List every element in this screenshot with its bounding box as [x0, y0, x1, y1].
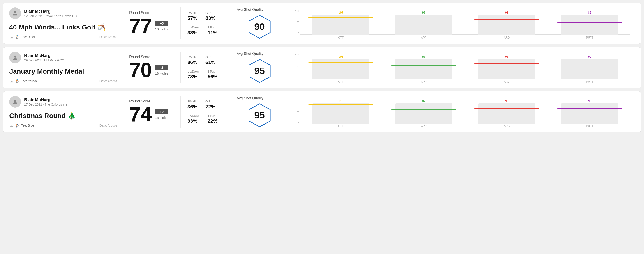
user-meta: 29 Jan 2022 · Mill Ride GCC — [24, 59, 64, 62]
bar-wrapper — [466, 103, 548, 124]
stat-oneputt-label: 1 Putt — [208, 70, 218, 73]
stats-row-top: FW Hit36%GIR72% — [188, 100, 223, 110]
bar-wrapper — [466, 59, 548, 79]
bar-top-label: 93 — [588, 99, 591, 103]
bar-background — [312, 15, 369, 35]
bag-icon: 🏌 — [15, 79, 20, 83]
score-main: 74+218 Holes — [129, 104, 173, 125]
bar-wrapper — [300, 59, 382, 79]
stat-gir-label: GIR — [206, 100, 216, 103]
tee-info: ☁🏌Tee: Black — [9, 35, 36, 39]
stat-oneputt: 1 Putt11% — [208, 26, 218, 36]
quality-section: Avg Shot Quality 95 — [230, 52, 289, 83]
card-footer: ☁🏌Tee: BlackData: Arccos — [9, 35, 117, 39]
bar-top-label: 95 — [422, 11, 426, 14]
card-footer: ☁🏌Tee: YellowData: Arccos — [9, 79, 117, 83]
y-axis-label: 50 — [295, 110, 299, 112]
score-section: Round Score70-218 Holes — [122, 52, 181, 83]
bar-line — [557, 108, 622, 109]
stat-updown-label: Up/Down — [188, 114, 200, 118]
y-axis-label: 100 — [295, 54, 299, 57]
chart-area: 100500107OTT95APP98ARG82PUTT — [295, 8, 630, 39]
bar-line — [308, 17, 373, 18]
score-section: Round Score74+218 Holes — [122, 96, 181, 128]
bar-background — [561, 103, 618, 124]
bar-x-label: PUTT — [586, 125, 593, 128]
hexagon-container: 90 — [236, 14, 282, 39]
bar-line — [474, 19, 539, 20]
card-footer: ☁🏌Tee: BlueData: Arccos — [9, 123, 117, 128]
card-left: Blair McHarg29 Jan 2022 · Mill Ride GCCJ… — [9, 52, 122, 83]
score-badge: +5 — [155, 21, 168, 26]
score-label: Round Score — [129, 11, 173, 15]
stat-gir-value: 72% — [206, 104, 216, 110]
score-number: 70 — [129, 60, 152, 80]
stat-gir-value: 61% — [206, 59, 216, 65]
weather-icon: ☁ — [9, 79, 14, 83]
user-info: Blair McHarg27 Dec 2021 · The Oxfordshir… — [24, 97, 67, 106]
bar-x-label: PUTT — [586, 36, 593, 39]
bar-group-putt: 99PUTT — [549, 52, 630, 83]
stats-section: FW Hit36%GIR72%Up/Down33%1 Putt22% — [181, 96, 230, 128]
stat-oneputt: 1 Putt22% — [208, 114, 218, 124]
bar-top-label: 107 — [338, 11, 343, 14]
bar-top-label: 95 — [505, 99, 508, 103]
user-row: Blair McHarg27 Dec 2021 · The Oxfordshir… — [9, 96, 117, 108]
stat-fw-hit-label: FW Hit — [188, 11, 197, 15]
score-right: +518 Holes — [155, 21, 168, 31]
stats-row-bottom: Up/Down78%1 Putt56% — [188, 70, 223, 80]
bar-group-app: 86APP — [383, 52, 464, 83]
chart-y-axis: 100500 — [295, 54, 299, 79]
round-card: Blair McHarg12 Feb 2022 · Royal North De… — [3, 3, 641, 44]
round-title: 40 Mph Winds... Links Golf 🪃 — [9, 23, 117, 31]
bar-x-label: OTT — [338, 36, 344, 39]
weather-icon: ☁ — [9, 123, 14, 128]
chart-section: 100500101OTT86APP96ARG99PUTT — [289, 52, 635, 83]
round-title: January Monthly Medal — [9, 68, 117, 75]
score-holes: 18 Holes — [155, 116, 168, 120]
stat-gir: GIR61% — [206, 55, 216, 65]
user-row: Blair McHarg12 Feb 2022 · Royal North De… — [9, 7, 117, 19]
bar-group-app: 87APP — [383, 96, 464, 128]
bar-line — [308, 62, 373, 63]
quality-score: 90 — [254, 21, 265, 32]
bar-wrapper — [549, 59, 630, 79]
tee-label: Tee: Black — [21, 35, 36, 39]
stat-fw-hit-value: 36% — [188, 104, 197, 110]
bar-x-label: APP — [421, 80, 426, 83]
round-title: Christmas Round 🎄 — [9, 112, 117, 120]
bar-wrapper — [466, 15, 548, 35]
stat-gir-label: GIR — [206, 11, 216, 15]
bar-group-app: 95APP — [383, 8, 464, 39]
user-name: Blair McHarg — [24, 53, 64, 58]
quality-label: Avg Shot Quality — [236, 52, 264, 56]
user-info: Blair McHarg12 Feb 2022 · Royal North De… — [24, 9, 77, 18]
bar-top-label: 96 — [505, 55, 508, 58]
hexagon: 95 — [247, 103, 272, 128]
stat-fw-hit: FW Hit86% — [188, 55, 197, 65]
y-axis-label: 100 — [295, 10, 299, 12]
stat-updown-value: 33% — [188, 118, 200, 124]
score-badge: -2 — [155, 65, 168, 70]
bar-group-ott: 107OTT — [300, 8, 382, 39]
score-holes: 18 Holes — [155, 27, 168, 31]
stat-oneputt-value: 22% — [208, 118, 218, 124]
y-axis-label: 100 — [295, 98, 299, 101]
chart-area: 100500110OTT87APP95ARG93PUTT — [295, 96, 630, 128]
stat-oneputt-value: 56% — [208, 74, 218, 80]
chart-groups: 107OTT95APP98ARG82PUTT — [300, 8, 630, 39]
hexagon: 95 — [247, 59, 272, 83]
bar-group-ott: 110OTT — [300, 96, 382, 128]
bar-group-arg: 96ARG — [466, 52, 548, 83]
score-right: -218 Holes — [155, 65, 168, 75]
score-label: Round Score — [129, 99, 173, 103]
stat-fw-hit-label: FW Hit — [188, 55, 197, 59]
stat-fw-hit-value: 57% — [188, 15, 197, 21]
bar-x-label: PUTT — [586, 80, 593, 83]
round-card: Blair McHarg27 Dec 2021 · The Oxfordshir… — [3, 91, 641, 132]
score-main: 77+518 Holes — [129, 16, 173, 36]
quality-section: Avg Shot Quality 95 — [230, 96, 289, 128]
stat-oneputt-label: 1 Putt — [208, 114, 218, 118]
bar-background — [561, 59, 618, 79]
stat-fw-hit-value: 86% — [188, 59, 197, 65]
